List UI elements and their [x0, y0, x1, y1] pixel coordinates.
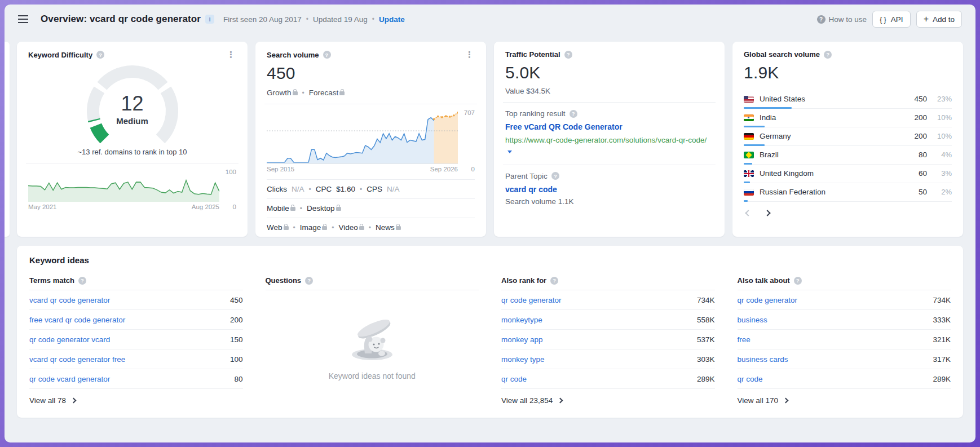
- app-window: Overview: vcard qr code generator i Firs…: [5, 5, 975, 442]
- web-toggle[interactable]: Web: [267, 223, 289, 232]
- keyword-link[interactable]: free: [738, 335, 751, 344]
- keyword-link[interactable]: business cards: [738, 355, 788, 364]
- help-icon[interactable]: [96, 51, 104, 59]
- keyword-row: qr code vcard generator 80: [29, 369, 243, 389]
- country-row: United States 450 23%: [744, 90, 952, 109]
- divider: [26, 163, 239, 163]
- kebab-menu-icon[interactable]: [464, 50, 475, 59]
- hamburger-menu-icon[interactable]: [18, 19, 28, 20]
- help-icon[interactable]: [550, 277, 558, 285]
- also-rank-for-view-all-link[interactable]: View all 23,854: [501, 396, 562, 405]
- traffic-potential-title: Traffic Potential: [505, 50, 560, 59]
- keyword-volume: 289K: [933, 375, 951, 383]
- keyword-row: qr code 289K: [738, 369, 951, 389]
- keyword-volume: 734K: [933, 296, 951, 304]
- keyword-row: qr code generator vcard 150: [29, 330, 243, 349]
- also-rank-for-title: Also rank for: [501, 276, 546, 285]
- keyword-link[interactable]: monkey app: [501, 335, 543, 344]
- help-icon[interactable]: [564, 51, 572, 59]
- chevron-right-icon: [558, 398, 563, 404]
- search-volume-card: Search volume 450 Growth • Forecast 707 …: [255, 42, 486, 237]
- image-toggle[interactable]: Image: [300, 223, 328, 232]
- desktop-toggle[interactable]: Desktop: [307, 204, 341, 213]
- questions-title: Questions: [266, 276, 302, 285]
- keyword-link[interactable]: monkey type: [501, 355, 545, 364]
- api-button[interactable]: { } API: [872, 11, 911, 28]
- keyword-row: business cards 317K: [738, 349, 951, 369]
- previous-page-arrow-icon[interactable]: [745, 210, 751, 216]
- device-metrics-row: Mobile • Desktop: [267, 198, 475, 218]
- plus-icon: +: [924, 15, 929, 24]
- keyword-row: free 321K: [738, 330, 951, 349]
- y-axis-min-label: 0: [233, 203, 236, 210]
- how-to-use-link[interactable]: ? How to use: [817, 15, 867, 24]
- lock-icon: [359, 226, 364, 230]
- top-ranking-result-link[interactable]: Free vCard QR Code Generator: [505, 122, 713, 131]
- keyword-row: free vcard qr code generator 200: [29, 310, 243, 330]
- add-to-button-label: Add to: [933, 15, 955, 24]
- country-row: Russian Federation 50 2%: [744, 183, 952, 202]
- top-ranking-url[interactable]: https://www.qr-code-generator.com/soluti…: [505, 135, 713, 158]
- chevron-right-icon: [783, 398, 789, 404]
- keyword-row: business 333K: [738, 310, 951, 330]
- lock-icon: [336, 207, 341, 211]
- difficulty-level: Medium: [70, 116, 195, 126]
- terms-match-title: Terms match: [29, 276, 74, 285]
- lock-icon: [339, 91, 345, 95]
- terms-match-view-all-link[interactable]: View all 78: [29, 396, 76, 405]
- keyword-volume: 321K: [933, 335, 951, 344]
- news-toggle[interactable]: News: [376, 223, 401, 232]
- country-flag-icon: [744, 96, 754, 103]
- country-list: United States 450 23% India 200 10%: [744, 90, 952, 202]
- lock-icon: [322, 226, 327, 230]
- questions-column: Questions: [266, 276, 479, 405]
- kebab-menu-icon[interactable]: [226, 50, 236, 59]
- country-name: Brazil: [760, 151, 779, 159]
- traffic-potential-value: 5.0K: [505, 63, 713, 82]
- mobile-toggle[interactable]: Mobile: [267, 204, 295, 213]
- country-name: United Kingdom: [760, 169, 814, 178]
- keyword-volume: 80: [234, 375, 242, 383]
- keyword-link[interactable]: business: [738, 316, 767, 324]
- help-icon[interactable]: [570, 110, 577, 118]
- keyword-link[interactable]: qr code: [501, 375, 527, 383]
- keyword-link[interactable]: monkeytype: [501, 316, 542, 324]
- lock-icon: [293, 91, 298, 95]
- keyword-link[interactable]: free vcard qr code generator: [29, 316, 125, 324]
- help-icon[interactable]: [305, 277, 313, 285]
- help-icon[interactable]: [323, 51, 331, 59]
- growth-toggle[interactable]: Growth: [267, 88, 298, 97]
- keyword-link[interactable]: qr code vcard generator: [29, 375, 110, 383]
- forecast-toggle[interactable]: Forecast: [309, 88, 345, 97]
- also-talk-about-view-all-link[interactable]: View all 170: [738, 396, 788, 405]
- help-icon[interactable]: [794, 277, 802, 285]
- country-flag-icon: [744, 189, 754, 196]
- parent-topic-link[interactable]: vcard qr code: [505, 185, 713, 194]
- search-volume-chart: 707 0 Sep 2015 Sep 2026: [267, 111, 475, 172]
- keyword-link[interactable]: vcard qr code generator: [29, 296, 110, 304]
- keyword-volume: 100: [230, 355, 243, 364]
- next-page-arrow-icon[interactable]: [764, 210, 770, 216]
- braces-icon: { }: [880, 15, 887, 24]
- update-link[interactable]: Update: [379, 15, 405, 24]
- parent-topic-label: Parent Topic: [505, 172, 548, 180]
- divider: [503, 165, 716, 165]
- country-volume: 50: [919, 188, 927, 196]
- add-to-button[interactable]: + Add to: [916, 11, 962, 28]
- keyword-link[interactable]: qr code generator vcard: [29, 335, 110, 344]
- info-badge-icon[interactable]: i: [205, 15, 214, 24]
- help-icon[interactable]: [78, 277, 86, 285]
- keyword-link[interactable]: vcard qr code generator free: [29, 355, 125, 364]
- keyword-link[interactable]: qr code generator: [501, 296, 562, 304]
- y-axis-max-label: 707: [464, 109, 475, 116]
- video-toggle[interactable]: Video: [338, 223, 364, 232]
- help-icon[interactable]: [824, 51, 832, 59]
- country-name: India: [760, 113, 776, 122]
- keyword-link[interactable]: qr code generator: [738, 296, 798, 304]
- keyword-volume: 150: [230, 335, 243, 344]
- country-row: United Kingdom 60 3%: [744, 165, 952, 183]
- keyword-link[interactable]: qr code: [738, 375, 763, 383]
- keyword-volume: 303K: [697, 355, 715, 364]
- country-flag-icon: [744, 114, 754, 121]
- help-icon[interactable]: [551, 172, 559, 180]
